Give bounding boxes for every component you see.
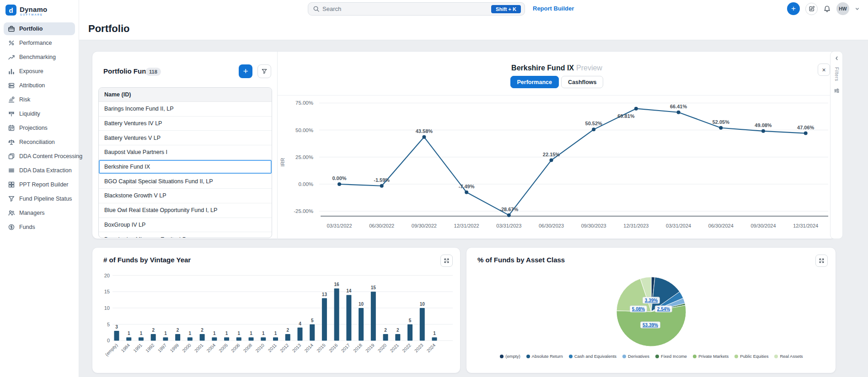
fund-row[interactable]: BoxGroup IV LP (99, 218, 272, 233)
benchmarking-icon (8, 53, 15, 61)
legend-item[interactable]: Private Markets (693, 354, 729, 359)
pie-label-chip[interactable]: 2.54% (655, 306, 672, 313)
sidebar-item-benchmarking[interactable]: Benchmarking (4, 51, 75, 64)
legend-item[interactable]: Real Assets (774, 354, 803, 359)
avatar[interactable]: HW (836, 2, 849, 15)
svg-text:06/30/2024: 06/30/2024 (708, 223, 734, 228)
add-button[interactable]: + (787, 2, 800, 15)
chevron-down-icon[interactable] (855, 6, 860, 11)
svg-text:06/30/2022: 06/30/2022 (369, 223, 394, 228)
fund-list: Name (ID) Barings Income Fund II, LPBatt… (98, 87, 272, 238)
compose-button[interactable] (805, 3, 818, 15)
svg-text:2012: 2012 (279, 342, 290, 353)
svg-text:IRR: IRR (280, 158, 285, 166)
chevron-left-icon[interactable] (834, 56, 839, 61)
svg-text:2022: 2022 (401, 342, 412, 353)
svg-text:15: 15 (104, 289, 110, 294)
add-fund-button[interactable]: + (239, 64, 252, 78)
legend-dot (500, 355, 504, 358)
svg-text:0.00%: 0.00% (298, 181, 313, 187)
sidebar-item-dda-content-processing[interactable]: DDA Content Processing (4, 150, 75, 163)
legend-item[interactable]: (empty) (500, 354, 520, 359)
brand-name: Dynamo (20, 6, 47, 13)
legend-item[interactable]: Fixed Income (655, 354, 687, 359)
svg-text:1997: 1997 (157, 342, 168, 353)
tab-performance[interactable]: Performance (510, 76, 559, 88)
legend-item[interactable]: Public Equities (734, 354, 768, 359)
legend-item[interactable]: Cash and Equivalents (569, 354, 616, 359)
sidebar-item-label: Benchmarking (19, 54, 56, 60)
expand-asset-class-chart-button[interactable] (815, 255, 828, 267)
svg-text:12/31/2024: 12/31/2024 (793, 223, 818, 228)
fund-row[interactable]: Blue Owl Real Estate Opportunity Fund I,… (99, 203, 272, 218)
report-builder-link[interactable]: Report Builder (533, 5, 574, 12)
pie-label-chip[interactable]: 53.39% (640, 322, 660, 329)
svg-text:2: 2 (201, 328, 204, 333)
filter-funds-button[interactable] (257, 64, 271, 78)
expand-vintage-chart-button[interactable] (440, 255, 453, 267)
svg-text:06/30/2023: 06/30/2023 (539, 223, 564, 228)
global-search[interactable]: Shift + K (308, 2, 525, 16)
liquidity-icon (8, 110, 15, 117)
fund-row[interactable]: Brandywine Microcap Equity, LP (99, 232, 272, 238)
sidebar-item-managers[interactable]: Managers (4, 207, 75, 219)
svg-text:2001: 2001 (193, 342, 204, 353)
sidebar-item-liquidity[interactable]: Liquidity (4, 107, 75, 120)
brand-logo[interactable]: d Dynamo SOFTWARE (0, 0, 79, 19)
sidebar-item-ppt-report-builder[interactable]: PPT Report Builder (4, 178, 75, 191)
attribution-icon (8, 82, 15, 89)
svg-text:09/30/2022: 09/30/2022 (412, 223, 437, 228)
exposure-icon (8, 68, 15, 75)
svg-text:0.00%: 0.00% (332, 175, 346, 181)
sidebar-item-exposure[interactable]: Exposure (4, 65, 75, 78)
main-content: Portfolio Funds 118 + Name (ID) Barings … (79, 40, 868, 377)
tab-cashflows[interactable]: Cashflows (561, 76, 604, 88)
sidebar-item-reconciliation[interactable]: Reconciliation (4, 136, 75, 149)
page-title: Portfolio (88, 23, 129, 35)
sidebar-item-label: Funds (19, 224, 35, 230)
sidebar-item-portfolio[interactable]: Portfolio (4, 22, 75, 35)
fund-row[interactable]: Battery Ventures IV LP (99, 117, 272, 131)
asset-class-pie-chart (615, 275, 688, 348)
sidebar-item-label: Exposure (19, 68, 43, 74)
fund-row[interactable]: Barings Income Fund II, LP (99, 102, 272, 117)
svg-text:2000: 2000 (181, 342, 192, 353)
svg-text:2020: 2020 (377, 342, 388, 353)
svg-text:75.00%: 75.00% (295, 100, 313, 106)
svg-text:22.15%: 22.15% (543, 152, 560, 157)
bell-icon (823, 5, 831, 13)
svg-text:1992: 1992 (145, 342, 155, 353)
sidebar-item-label: Performance (19, 40, 52, 46)
svg-text:-25.00%: -25.00% (294, 208, 313, 214)
legend-item[interactable]: Absolute Return (526, 354, 563, 359)
fund-list-column-header[interactable]: Name (ID) (99, 88, 272, 102)
pie-label-chip[interactable]: 5.08% (630, 306, 647, 313)
search-input[interactable] (322, 5, 491, 12)
notifications-button[interactable] (823, 5, 831, 13)
sidebar-item-dda-data-extraction[interactable]: DDA Data Extraction (4, 164, 75, 177)
svg-text:2015: 2015 (316, 342, 327, 353)
pie-label-chip[interactable]: 3.39% (643, 297, 660, 304)
svg-text:-1.59%: -1.59% (374, 177, 390, 183)
projections-icon (8, 124, 15, 132)
preview-fund-title: Berkshire Fund IX (511, 64, 574, 72)
svg-text:2011: 2011 (267, 342, 278, 353)
sidebar-item-fund-pipeline-status[interactable]: Fund Pipeline Status (4, 192, 75, 205)
sidebar: d Dynamo SOFTWARE PortfolioPerformanceBe… (0, 0, 79, 377)
svg-text:1: 1 (250, 331, 252, 336)
sidebar-item-projections[interactable]: Projections (4, 122, 75, 134)
legend-item[interactable]: Derivatives (622, 354, 649, 359)
sliders-icon[interactable] (834, 88, 840, 94)
fund-row[interactable]: Blackstone Growth V LP (99, 189, 272, 203)
svg-text:49.08%: 49.08% (755, 122, 772, 128)
fund-row[interactable]: Baupost Value Partners I (99, 145, 272, 160)
fund-row[interactable]: BGO Capital Special Situations Fund II, … (99, 174, 272, 189)
sidebar-item-attribution[interactable]: Attribution (4, 79, 75, 92)
close-preview-button[interactable]: × (818, 64, 830, 76)
sidebar-item-performance[interactable]: Performance (4, 37, 75, 49)
fund-row[interactable]: Berkshire Fund IX (99, 160, 272, 175)
svg-text:2005: 2005 (218, 342, 229, 353)
fund-row[interactable]: Battery Ventures V LP (99, 131, 272, 145)
sidebar-item-risk[interactable]: Risk (4, 93, 75, 106)
sidebar-item-funds[interactable]: Funds (4, 221, 75, 234)
